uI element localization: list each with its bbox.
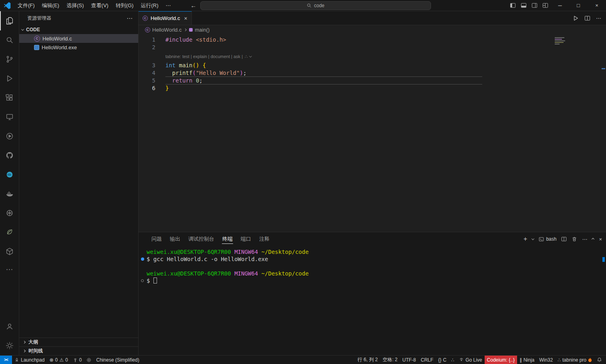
panel-more-actions-icon[interactable]: ⋯ bbox=[582, 236, 587, 242]
exe-file-icon bbox=[34, 45, 39, 50]
remote-explorer-icon[interactable] bbox=[0, 107, 19, 127]
file-name: HelloWorld.exe bbox=[42, 44, 77, 50]
timeline-label: 时间线 bbox=[28, 348, 43, 354]
menu-view[interactable]: 查看(V) bbox=[87, 0, 112, 11]
breadcrumb-symbol[interactable]: main() bbox=[189, 27, 209, 33]
tabnine-hint[interactable]: tabnine: test | explain | document | ask… bbox=[139, 51, 606, 62]
toggle-panel-icon[interactable] bbox=[518, 0, 529, 11]
source-control-icon[interactable] bbox=[0, 50, 19, 69]
new-terminal-icon[interactable]: + bbox=[523, 235, 527, 243]
notifications-bell-icon[interactable] bbox=[594, 356, 606, 364]
launchpad-status[interactable]: Launchpad bbox=[12, 356, 47, 364]
problems-status[interactable]: ⊗ 0 ⚠ 0 bbox=[47, 356, 70, 364]
timeline-section[interactable]: 时间线 bbox=[19, 346, 138, 355]
outline-section[interactable]: 大纲 bbox=[19, 338, 138, 346]
github-icon[interactable] bbox=[0, 146, 19, 165]
maximize-panel-icon[interactable] bbox=[592, 237, 594, 240]
language-mode-status[interactable]: {} C bbox=[436, 356, 449, 364]
tab-helloworld-c[interactable]: C HelloWorld.c × bbox=[139, 11, 192, 25]
extensions-icon[interactable] bbox=[0, 88, 19, 107]
toggle-secondary-sidebar-icon[interactable] bbox=[529, 0, 540, 11]
folder-section-code[interactable]: CODE bbox=[19, 25, 138, 34]
eol-status[interactable]: CRLF bbox=[419, 356, 436, 364]
tab-output[interactable]: 输出 bbox=[166, 232, 184, 246]
more-extensions-icon[interactable]: ⋯ bbox=[0, 261, 19, 278]
run-debug-icon[interactable] bbox=[0, 69, 19, 88]
chevron-down-icon[interactable] bbox=[249, 54, 252, 57]
tab-terminal[interactable]: 终端 bbox=[218, 232, 237, 246]
nav-back-icon[interactable]: ← bbox=[190, 2, 196, 9]
code-line[interactable]: 6} bbox=[139, 84, 606, 92]
terminal-view[interactable]: weiwei.xu@DESKTOP-6QR7R00 MINGW64 ~/Desk… bbox=[139, 246, 606, 355]
code-line[interactable]: 1#include <stdio.h> bbox=[139, 36, 606, 44]
code-line[interactable]: 2 bbox=[139, 44, 606, 51]
tab-close-icon[interactable]: × bbox=[184, 15, 187, 22]
account-icon[interactable] bbox=[0, 317, 19, 336]
go-live-status[interactable]: Go Live bbox=[457, 356, 484, 364]
command-center-search[interactable]: code bbox=[200, 1, 431, 10]
cube-icon[interactable] bbox=[0, 242, 19, 261]
code-editor[interactable]: 1#include <stdio.h>2tabnine: test | expl… bbox=[139, 34, 606, 232]
docker-whale-icon[interactable] bbox=[0, 184, 19, 203]
tabnine-status-icon[interactable]: ∴ bbox=[449, 356, 457, 364]
run-file-icon[interactable] bbox=[573, 15, 579, 21]
code-line[interactable]: 5 return 0; bbox=[139, 77, 606, 84]
terminal-cursor bbox=[153, 278, 157, 284]
toggle-sidebar-icon[interactable] bbox=[507, 0, 518, 11]
edge-swirl-icon[interactable] bbox=[0, 165, 19, 184]
settings-gear-icon[interactable] bbox=[0, 336, 19, 355]
codeium-status[interactable]: Codeium: {..} bbox=[485, 356, 517, 364]
ports-status[interactable]: 0 bbox=[70, 356, 85, 364]
tabnine-pro-status[interactable]: ∴ tabnine pro bbox=[555, 356, 594, 364]
terminal-line[interactable]: weiwei.xu@DESKTOP-6QR7R00 MINGW64 ~/Desk… bbox=[139, 248, 606, 255]
close-button[interactable]: × bbox=[588, 0, 606, 11]
customize-layout-icon[interactable] bbox=[540, 0, 551, 11]
kill-terminal-icon[interactable] bbox=[572, 236, 577, 242]
menu-run[interactable]: 运行(R) bbox=[137, 0, 162, 11]
split-terminal-icon[interactable] bbox=[561, 236, 567, 242]
tab-problems[interactable]: 问题 bbox=[147, 232, 166, 246]
command-decoration[interactable] bbox=[141, 280, 144, 282]
menu-more[interactable]: ⋯ bbox=[162, 0, 174, 11]
menu-goto[interactable]: 转到(G) bbox=[112, 0, 137, 11]
remote-indicator[interactable]: >< bbox=[0, 356, 12, 364]
split-editor-icon[interactable] bbox=[584, 15, 590, 21]
platform-status[interactable]: Win32 bbox=[537, 356, 555, 364]
terminal-line[interactable]: $ bbox=[139, 277, 606, 284]
terminal-profile[interactable]: bash bbox=[539, 236, 556, 242]
editor-more-actions-icon[interactable]: ⋯ bbox=[596, 15, 601, 21]
close-panel-icon[interactable]: × bbox=[599, 236, 602, 242]
cursor-position-status[interactable]: 行 6, 列 2 bbox=[355, 356, 381, 364]
maximize-button[interactable]: □ bbox=[569, 0, 588, 11]
file-item-helloworld-exe[interactable]: HelloWorld.exe bbox=[19, 43, 138, 52]
play-circle-icon[interactable] bbox=[0, 127, 19, 146]
screencast-status[interactable] bbox=[84, 356, 94, 364]
terminal-line[interactable] bbox=[139, 263, 606, 270]
terminal-line[interactable]: weiwei.xu@DESKTOP-6QR7R00 MINGW64 ~/Desk… bbox=[139, 270, 606, 277]
breadcrumb-file[interactable]: C HelloWorld.c bbox=[145, 27, 181, 33]
explorer-icon[interactable] bbox=[0, 11, 19, 30]
file-item-helloworld-c[interactable]: C HelloWorld.c bbox=[19, 34, 138, 43]
terminal-dropdown-icon[interactable] bbox=[532, 237, 534, 240]
sidebar-more-actions-icon[interactable]: ⋯ bbox=[127, 15, 133, 22]
command-decoration[interactable] bbox=[141, 257, 144, 261]
menu-edit[interactable]: 编辑(E) bbox=[38, 0, 63, 11]
minimap[interactable] bbox=[555, 37, 567, 45]
code-line[interactable]: 4 printf("Hello World"); bbox=[139, 69, 606, 77]
search-sidebar-icon[interactable] bbox=[0, 30, 19, 50]
menu-file[interactable]: 文件(F) bbox=[14, 0, 38, 11]
display-language-status[interactable]: Chinese (Simplified) bbox=[94, 356, 141, 364]
menu-selection[interactable]: 选择(S) bbox=[63, 0, 87, 11]
tab-comments[interactable]: 注释 bbox=[255, 232, 274, 246]
encoding-status[interactable]: UTF-8 bbox=[400, 356, 419, 364]
code-line[interactable]: 3int main() { bbox=[139, 62, 606, 69]
terminal-line[interactable]: $ gcc HelloWorld.c -o HelloWorld.exe bbox=[139, 255, 606, 263]
c-file-icon: C bbox=[145, 27, 150, 32]
cmake-generator-status[interactable]: ∥ Ninja bbox=[517, 356, 537, 364]
tab-ports[interactable]: 端口 bbox=[237, 232, 255, 246]
leaf-icon[interactable] bbox=[0, 223, 19, 242]
indentation-status[interactable]: 空格: 2 bbox=[380, 356, 400, 364]
tab-debug-console[interactable]: 调试控制台 bbox=[184, 232, 218, 246]
segmented-circle-icon[interactable] bbox=[0, 203, 19, 223]
minimize-button[interactable]: ─ bbox=[551, 0, 569, 11]
